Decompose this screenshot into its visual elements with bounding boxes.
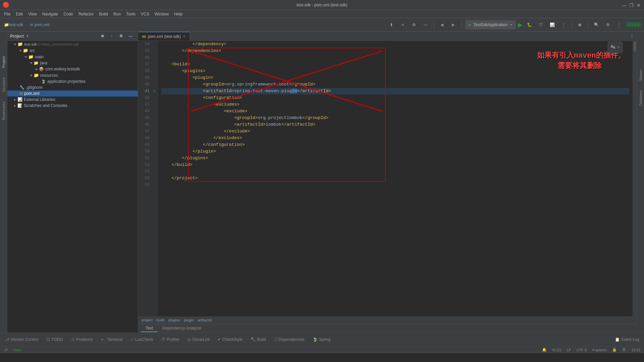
- sidebar-tab-database[interactable]: Database: [638, 85, 644, 111]
- breadcrumb-project[interactable]: project: [142, 318, 153, 322]
- ext-libs-icon: 📊: [17, 97, 22, 102]
- tab-close-button[interactable]: ✕: [183, 35, 185, 38]
- project-panel-dropdown[interactable]: ▼: [26, 34, 29, 38]
- run-config-selector[interactable]: ▶ TestSdkApplication ▼: [465, 20, 516, 29]
- panel-close-icon[interactable]: —: [126, 32, 135, 41]
- tree-item-appprops[interactable]: 🍃 application.properties: [7, 78, 138, 84]
- toolbar-nav-settings[interactable]: ⚙: [410, 20, 419, 29]
- toolbar-nav-list[interactable]: ≡: [398, 20, 408, 29]
- menu-help[interactable]: Help: [171, 11, 185, 17]
- tool-profiler[interactable]: ⏱ Profiler: [158, 336, 183, 343]
- project-panel-title: Project: [10, 34, 24, 39]
- panel-collapse-icon[interactable]: ↑: [107, 32, 116, 41]
- code-line-46: <artifactId>lombok</artifactId>: [161, 121, 629, 128]
- tool-dependencies[interactable]: ⬡ Dependencies: [271, 336, 308, 343]
- status-lf[interactable]: LF: [567, 348, 571, 352]
- toolbar-separator-3: [572, 21, 572, 28]
- minimize-button[interactable]: —: [622, 3, 627, 7]
- toolbar-back[interactable]: ◀: [437, 20, 447, 29]
- settings-button[interactable]: ⚙: [603, 20, 612, 29]
- menu-build[interactable]: Build: [96, 11, 111, 17]
- tool-sonarlint[interactable]: ◎ SonarLint: [184, 336, 213, 343]
- code-line-55: [161, 182, 629, 188]
- menu-run[interactable]: Run: [111, 11, 123, 17]
- tree-item-src[interactable]: ▾ 📁 src: [7, 47, 138, 54]
- sidebar-tab-bookmarks[interactable]: Bookmarks: [1, 97, 7, 125]
- sidebar-tab-project[interactable]: Project: [1, 52, 7, 72]
- code-line-50: </plugin>: [161, 148, 629, 155]
- menu-refactor[interactable]: Refactor: [76, 11, 96, 17]
- mg-popup-close[interactable]: ✕: [617, 44, 620, 51]
- tree-item-resources[interactable]: ▾ 📁 resources: [7, 72, 138, 78]
- menu-vcs[interactable]: VCS: [138, 11, 152, 17]
- menu-navigate[interactable]: Navigate: [40, 11, 61, 17]
- tab-text[interactable]: Text: [141, 325, 158, 332]
- status-notifications[interactable]: 🔔: [542, 348, 547, 352]
- menu-view[interactable]: View: [25, 11, 40, 17]
- left-sidebar: Project Structure Bookmarks: [0, 32, 7, 333]
- tool-todo[interactable]: ☑ TODO: [43, 336, 66, 343]
- toolbar-breadcrumb-project[interactable]: 📁 test-sdk: [3, 20, 24, 29]
- tab-overflow-button[interactable]: ⋮: [627, 31, 637, 41]
- tree-item-pomxml[interactable]: m pom.xml: [7, 90, 138, 97]
- coverage-button[interactable]: 🛡: [536, 20, 545, 29]
- stop-button[interactable]: ⏹: [575, 20, 585, 29]
- tree-item-main[interactable]: ▾ 📁 main: [7, 54, 138, 60]
- panel-locate-icon[interactable]: ⊕: [98, 32, 107, 41]
- tool-terminal[interactable]: >_ Terminal: [98, 336, 126, 343]
- java-folder-icon: 📁: [34, 61, 39, 65]
- breadcrumb-plugins[interactable]: plugins: [168, 318, 180, 322]
- eventlog-icon: 📋: [615, 337, 620, 342]
- code-editor[interactable]: 34 35 36 37 38 39 40 41 42 43 44 45 46 4…: [138, 41, 637, 316]
- toolbar-overflow[interactable]: ⋮: [614, 20, 624, 29]
- menu-tools[interactable]: Tools: [123, 11, 138, 17]
- sonarlint-icon: ◎: [187, 337, 191, 342]
- tool-checkstyle[interactable]: ✔ CheckStyle: [214, 336, 246, 343]
- toolbar-nav-minimize[interactable]: —: [421, 20, 430, 29]
- tool-build[interactable]: 🔨 Build: [247, 336, 269, 343]
- toolbar-more[interactable]: ⋮: [559, 20, 568, 29]
- breadcrumb-artifactid[interactable]: artifactId: [198, 318, 212, 322]
- mg-popup[interactable]: mG ✕: [608, 42, 623, 53]
- status-lang[interactable]: 英: [622, 347, 626, 352]
- tree-item-java[interactable]: ▾ 📁 java: [7, 60, 138, 66]
- reload-icon[interactable]: ↻: [153, 89, 156, 94]
- panel-settings-icon[interactable]: ⚙: [116, 32, 126, 41]
- menu-code[interactable]: Code: [61, 11, 76, 17]
- breadcrumb-build[interactable]: build: [157, 318, 164, 322]
- search-everywhere-button[interactable]: 🔍: [592, 20, 601, 29]
- tool-event-log[interactable]: 📋 Event Log: [611, 336, 643, 343]
- tree-item-scratches[interactable]: ▸ 📝 Scratches and Consoles: [7, 103, 138, 109]
- tool-problems[interactable]: ⚠ Problems: [68, 336, 97, 343]
- sidebar-tab-maven[interactable]: Maven: [638, 65, 644, 85]
- code-line-37: <build>: [161, 61, 629, 68]
- tool-spring[interactable]: 🍃 Spring: [309, 336, 334, 343]
- status-indent[interactable]: 4 spaces: [592, 348, 607, 352]
- tree-root-label: test-sdk D:\idea_projects\test-sdk: [24, 42, 79, 46]
- code-line-53: [161, 168, 629, 175]
- tree-item-package[interactable]: ▸ 📦 com.weikey.testsdk: [7, 66, 138, 72]
- sidebar-tab-structure[interactable]: Structure: [1, 72, 7, 97]
- menu-edit[interactable]: Edit: [13, 11, 25, 17]
- tool-version-control[interactable]: ⎇ Version Control: [1, 336, 42, 343]
- status-encoding[interactable]: UTF-8: [576, 348, 587, 352]
- profile-button[interactable]: 📊: [547, 20, 557, 29]
- tool-luacheck[interactable]: ✓ LuaCheck: [127, 336, 157, 343]
- right-sidebar: Maven Database: [637, 32, 644, 333]
- tree-item-root[interactable]: ▾ 📁 test-sdk D:\idea_projects\test-sdk: [7, 41, 138, 47]
- vertical-scrollbar[interactable]: [633, 41, 637, 316]
- code-content[interactable]: </dependency> </dependencies> <build> <p…: [158, 41, 633, 316]
- run-button[interactable]: ▶: [518, 21, 523, 28]
- tab-dependency-analyzer[interactable]: Dependency Analyzer: [158, 325, 206, 332]
- tree-item-external-libs[interactable]: ▸ 📊 External Libraries: [7, 97, 138, 103]
- toolbar-nav-up[interactable]: ⬆: [387, 20, 396, 29]
- maximize-button[interactable]: ❐: [629, 3, 634, 7]
- close-button[interactable]: ✕: [637, 3, 641, 7]
- toolbar-forward[interactable]: ▶: [449, 20, 458, 29]
- menu-window[interactable]: Window: [152, 11, 172, 17]
- editor-tab-pomxml[interactable]: m pom.xml (test-sdk) ✕: [138, 32, 190, 41]
- debug-button[interactable]: 🐛: [525, 20, 534, 29]
- breadcrumb-plugin[interactable]: plugin: [184, 318, 194, 322]
- tree-item-gitignore[interactable]: 🔧 .gitignore: [7, 84, 138, 90]
- menu-file[interactable]: File: [1, 11, 13, 17]
